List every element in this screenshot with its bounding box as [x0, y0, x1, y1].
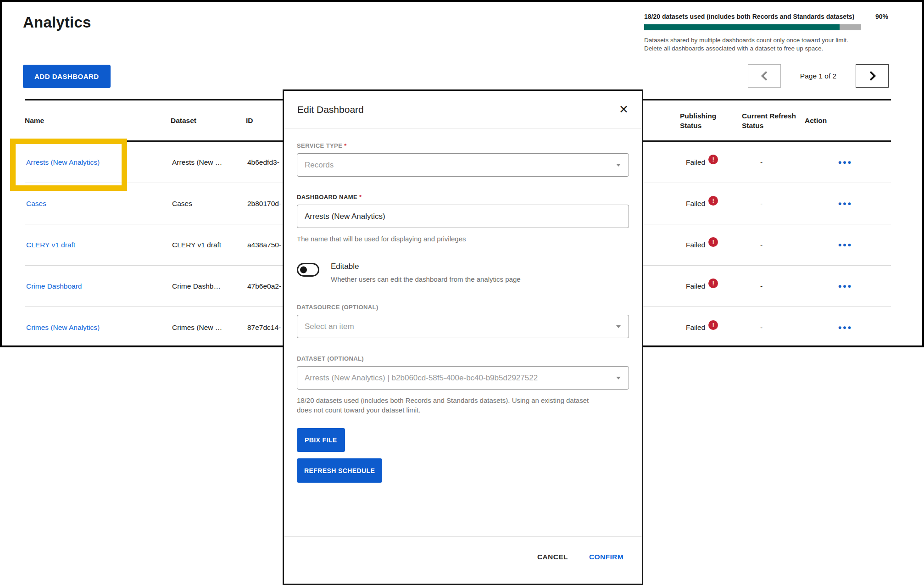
modal-header: Edit Dashboard ✕ — [284, 91, 642, 128]
column-header-refresh-status: Current Refresh Status — [742, 111, 805, 130]
page-indicator: Page 1 of 2 — [781, 72, 856, 80]
modal-body: SERVICE TYPE* Records DASHBOARD NAME* Th… — [284, 128, 642, 536]
dashboard-link[interactable]: Crimes (New Analytics) — [26, 323, 100, 331]
dashboard-link[interactable]: Arrests (New Analytics) — [26, 158, 100, 166]
error-badge-icon: ! — [708, 237, 718, 247]
refresh-status-cell: - — [742, 158, 805, 167]
status-text: Failed — [686, 241, 705, 249]
required-asterisk: * — [359, 194, 362, 201]
usage-progress-bar — [644, 24, 861, 30]
pagination: Page 1 of 2 — [748, 64, 889, 88]
dataset-field: DATASET (OPTIONAL) Arrests (New Analytic… — [297, 355, 629, 415]
cancel-button[interactable]: CANCEL — [537, 553, 568, 561]
service-type-field: SERVICE TYPE* Records — [297, 142, 629, 177]
dashboard-link[interactable]: CLERY v1 draft — [26, 241, 75, 249]
row-actions-menu-icon[interactable]: ••• — [838, 198, 852, 209]
dashboard-name-helper: The name that will be used for displayin… — [297, 234, 629, 244]
add-dashboard-button[interactable]: ADD DASHBOARD — [23, 65, 111, 88]
usage-percent: 90% — [875, 13, 888, 20]
dropdown-caret-icon — [616, 164, 621, 167]
datasource-placeholder: Select an item — [305, 322, 354, 331]
dashboard-name-input[interactable] — [305, 212, 621, 221]
previous-page-button[interactable] — [748, 64, 781, 88]
row-actions-menu-icon[interactable]: ••• — [838, 322, 852, 333]
refresh-status-cell: - — [742, 241, 805, 249]
publishing-status-cell: Failed ! — [680, 281, 742, 291]
next-page-button[interactable] — [856, 64, 889, 88]
modal-footer: CANCEL CONFIRM — [284, 536, 642, 584]
usage-progress-fill — [644, 24, 840, 30]
dataset-cell: Cases — [171, 200, 246, 208]
error-badge-icon: ! — [708, 320, 718, 330]
publishing-status-cell: Failed ! — [680, 199, 742, 208]
edit-dashboard-modal: Edit Dashboard ✕ SERVICE TYPE* Records D… — [283, 89, 643, 585]
row-actions-menu-icon[interactable]: ••• — [838, 240, 852, 250]
row-actions-menu-icon[interactable]: ••• — [838, 157, 852, 167]
dataset-helper: 18/20 datasets used (includes both Recor… — [297, 396, 603, 415]
dataset-usage-meter: 18/20 datasets used (includes both Recor… — [644, 13, 888, 53]
dataset-cell: CLERY v1 draft — [171, 241, 246, 249]
status-text: Failed — [686, 323, 705, 332]
column-header-action: Action — [805, 116, 891, 125]
dropdown-caret-icon — [616, 377, 621, 379]
refresh-status-cell: - — [742, 282, 805, 290]
error-badge-icon: ! — [708, 155, 718, 164]
usage-note-line1: Datasets shared by multiple dashboards c… — [644, 36, 888, 45]
status-text: Failed — [686, 158, 705, 167]
usage-note-line2: Delete all dashboards associated with a … — [644, 45, 888, 53]
dashboard-link[interactable]: Cases — [26, 200, 46, 207]
dashboard-link[interactable]: Crime Dashboard — [26, 282, 82, 290]
service-type-value: Records — [305, 161, 334, 170]
editable-toggle-row: Editable Whether users can edit the dash… — [297, 262, 629, 283]
modal-title: Edit Dashboard — [297, 104, 364, 115]
editable-toggle[interactable] — [297, 263, 319, 277]
close-icon[interactable]: ✕ — [619, 104, 629, 115]
column-header-publishing-status: Publishing Status — [680, 111, 742, 130]
error-badge-icon: ! — [708, 279, 718, 288]
status-text: Failed — [686, 282, 705, 290]
refresh-schedule-button[interactable]: REFRESH SCHEDULE — [297, 458, 382, 483]
toggle-knob — [300, 267, 307, 273]
error-badge-icon: ! — [708, 196, 718, 206]
dataset-cell: Crime Dashb… — [171, 282, 246, 290]
editable-description: Whether users can edit the dashboard fro… — [331, 275, 521, 283]
dataset-cell: Arrests (New … — [171, 158, 246, 167]
service-type-label: SERVICE TYPE — [297, 142, 342, 149]
dataset-select[interactable]: Arrests (New Analytics) | b2b060cd-58f5-… — [297, 366, 629, 390]
status-text: Failed — [686, 200, 705, 208]
dataset-label: DATASET (OPTIONAL) — [297, 355, 629, 362]
chevron-left-icon — [761, 71, 770, 81]
refresh-status-cell: - — [742, 323, 805, 332]
row-actions-menu-icon[interactable]: ••• — [838, 281, 852, 291]
publishing-status-cell: Failed ! — [680, 240, 742, 250]
dashboard-name-label: DASHBOARD NAME — [297, 194, 357, 201]
datasource-select[interactable]: Select an item — [297, 315, 629, 338]
publishing-status-cell: Failed ! — [680, 157, 742, 167]
pbix-file-button[interactable]: PBIX FILE — [297, 428, 345, 452]
dashboard-name-field: DASHBOARD NAME* The name that will be us… — [297, 194, 629, 244]
usage-summary: 18/20 datasets used (includes both Recor… — [644, 13, 854, 20]
editable-label: Editable — [331, 262, 521, 271]
dropdown-caret-icon — [616, 325, 621, 328]
chevron-right-icon — [866, 71, 875, 81]
datasource-label: DATASOURCE (OPTIONAL) — [297, 304, 629, 311]
dataset-value: Arrests (New Analytics) | b2b060cd-58f5-… — [305, 373, 538, 383]
required-asterisk: * — [344, 142, 346, 149]
publishing-status-cell: Failed ! — [680, 323, 742, 333]
dataset-cell: Crimes (New … — [171, 323, 246, 332]
page-title: Analytics — [23, 14, 91, 31]
column-header-name: Name — [25, 116, 171, 125]
column-header-dataset: Dataset — [171, 116, 246, 125]
service-type-select[interactable]: Records — [297, 153, 629, 177]
confirm-button[interactable]: CONFIRM — [589, 553, 623, 561]
refresh-status-cell: - — [742, 200, 805, 208]
datasource-field: DATASOURCE (OPTIONAL) Select an item — [297, 304, 629, 338]
